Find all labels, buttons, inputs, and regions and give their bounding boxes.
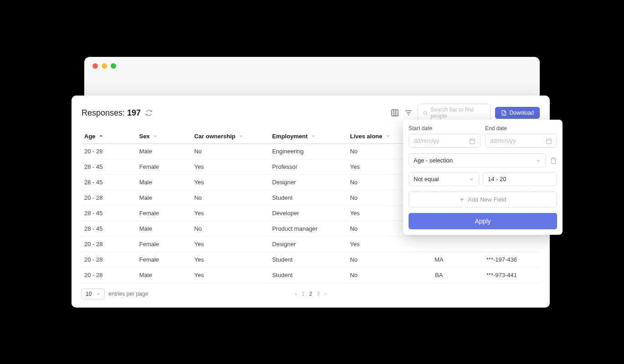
calendar-icon (469, 138, 476, 144)
cell-phone: ***-973-441 (466, 268, 540, 283)
cell-age: 20 - 28 (82, 190, 137, 206)
cell-car-ownership: No (191, 190, 269, 206)
add-new-field-button[interactable]: Add New Field (409, 192, 557, 207)
filter-value-text: 14 - 20 (488, 176, 506, 182)
pagination-row: 10 entries per page ‹ 1 2 3 › (82, 288, 540, 299)
cell-sex: Male (137, 144, 192, 159)
start-date-placeholder: dd/mm/yy (414, 137, 439, 144)
cell-employment: Designer (269, 175, 347, 190)
cell-employment: Designer (269, 237, 347, 252)
window-minimize-button[interactable] (102, 63, 107, 69)
cell-sex: Male (137, 175, 192, 190)
cell-car-ownership: Yes (191, 159, 269, 175)
chevron-down-icon (239, 134, 243, 139)
search-placeholder: Search bar to find people (430, 106, 485, 119)
svg-line-7 (426, 114, 427, 115)
cell-phone (466, 237, 540, 252)
pager-next[interactable]: › (324, 291, 326, 297)
header-age[interactable]: Age (82, 129, 137, 144)
header-sex[interactable]: Sex (137, 129, 192, 144)
cell-lives-alone: Yes (347, 237, 411, 252)
cell-age: 28 - 45 (82, 206, 137, 221)
calendar-icon (546, 138, 552, 144)
download-icon (501, 110, 507, 116)
filter-field-select[interactable]: Age - selection (409, 153, 546, 167)
window-close-button[interactable] (92, 63, 98, 69)
apply-button[interactable]: Apply (409, 213, 557, 229)
chevron-down-icon (96, 292, 101, 296)
table-row[interactable]: 20 - 28FemaleYesDesignerYes (82, 237, 540, 252)
cell-car-ownership: No (191, 221, 269, 237)
toolbar: Responses: 197 Search bar to find people… (82, 104, 540, 122)
cell-sex: Female (137, 252, 192, 268)
delete-filter-button[interactable] (550, 157, 557, 164)
filter-operator-select[interactable]: Not equal (409, 172, 479, 186)
cell-degree (411, 237, 466, 252)
cell-lives-alone: No (347, 144, 411, 159)
start-date-label: Start date (409, 125, 481, 131)
svg-point-6 (424, 111, 427, 114)
header-car-ownership[interactable]: Car ownership (191, 129, 269, 144)
pager-page-1[interactable]: 1 (302, 291, 305, 297)
responses-count: 197 (127, 108, 141, 117)
cell-age: 28 - 45 (82, 175, 137, 190)
table-row[interactable]: 20 - 28FemaleYesStudentNoMA***-197-436 (82, 252, 540, 268)
cell-car-ownership: Yes (191, 175, 269, 190)
cell-lives-alone: No (347, 190, 411, 206)
filter-operator-value: Not equal (414, 176, 439, 182)
download-label: Download (510, 110, 534, 116)
end-date-placeholder: dd/mm/yy (490, 137, 516, 144)
cell-age: 20 - 28 (82, 237, 137, 252)
table-row[interactable]: 20 - 28MaleYesStudentNoBA***-973-441 (82, 268, 540, 283)
sort-asc-icon (99, 134, 103, 139)
chevron-down-icon (469, 177, 474, 182)
search-input[interactable]: Search bar to find people (418, 104, 491, 122)
filter-icon[interactable] (404, 108, 413, 117)
filter-panel: Start date dd/mm/yy End date dd/mm/yy Ag… (403, 120, 563, 235)
end-date-input[interactable]: dd/mm/yy (485, 134, 557, 148)
cell-degree: BA (411, 268, 466, 283)
add-field-label: Add New Field (468, 196, 506, 203)
cell-phone: ***-197-436 (466, 252, 540, 268)
cell-sex: Male (137, 221, 192, 237)
cell-age: 20 - 28 (82, 252, 137, 268)
chevron-down-icon (153, 134, 158, 139)
cell-age: 20 - 28 (82, 144, 137, 159)
cell-lives-alone: No (347, 252, 411, 268)
cell-employment: Professor (269, 159, 347, 175)
cell-lives-alone: No (347, 268, 411, 283)
filter-value-input[interactable]: 14 - 20 (483, 172, 557, 186)
responses-prefix: Responses: (82, 108, 127, 117)
header-lives-alone[interactable]: Lives alone (347, 129, 411, 144)
start-date-input[interactable]: dd/mm/yy (409, 134, 481, 148)
cell-sex: Female (137, 159, 192, 175)
chevron-down-icon (311, 134, 316, 139)
columns-icon[interactable] (390, 108, 399, 117)
cell-employment: Student (269, 268, 347, 283)
traffic-lights (84, 57, 540, 75)
trash-icon (550, 157, 557, 164)
responses-label: Responses: 197 (82, 108, 141, 118)
cell-lives-alone: Yes (347, 206, 411, 221)
page-size-select[interactable]: 10 (82, 288, 105, 299)
svg-rect-9 (470, 139, 475, 144)
header-employment[interactable]: Employment (269, 129, 347, 144)
pager-page-2[interactable]: 2 (309, 291, 312, 297)
cell-sex: Female (137, 206, 192, 221)
cell-car-ownership: Yes (191, 237, 269, 252)
chevron-down-icon (536, 158, 541, 163)
download-button[interactable]: Download (495, 107, 540, 119)
pager-page-3[interactable]: 3 (317, 291, 320, 297)
cell-employment: Engineering (269, 144, 347, 159)
filter-field-value: Age - selection (414, 157, 453, 164)
cell-lives-alone: Yes (347, 159, 411, 175)
cell-sex: Male (137, 190, 192, 206)
cell-employment: Student (269, 252, 347, 268)
cell-age: 28 - 45 (82, 221, 137, 237)
refresh-icon[interactable] (145, 109, 153, 116)
cell-sex: Female (137, 237, 192, 252)
window-maximize-button[interactable] (111, 63, 116, 69)
pager-prev[interactable]: ‹ (295, 291, 297, 297)
cell-age: 20 - 28 (82, 268, 137, 283)
chevron-down-icon (386, 134, 390, 139)
